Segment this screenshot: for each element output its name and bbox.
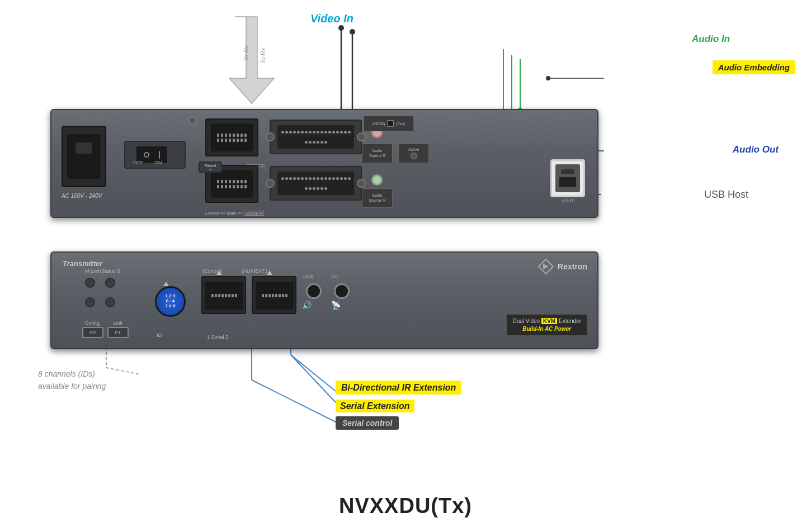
rj45-pin <box>272 294 274 297</box>
ir-out-jack <box>306 283 322 299</box>
f1-button[interactable]: F1 <box>107 327 129 338</box>
rj45-pin <box>235 294 237 297</box>
dvi-screw-right <box>357 132 366 141</box>
f2-button[interactable]: F2 <box>82 327 103 338</box>
dvi-pin <box>313 187 315 190</box>
video-in-label: Video In <box>310 12 353 25</box>
serial-ext-badge: Serial Extension <box>336 400 414 412</box>
diagram-container: To Rx To Rx <box>0 0 811 532</box>
rj45-pin <box>268 294 271 297</box>
dvi-pin-grid <box>277 172 354 195</box>
lan-s-connector <box>205 118 258 156</box>
switch-line-icon <box>159 151 160 159</box>
product-line2: Build-In AC Power <box>512 326 581 332</box>
dvi-pin <box>305 131 308 134</box>
serial-ext-area: Serial Extension <box>336 401 414 411</box>
dvi-pin <box>313 131 315 134</box>
rj45-pin <box>228 294 230 297</box>
audio-embedding-area: Audio Embedding <box>713 63 795 73</box>
audio-source-m-box: AudioSource M <box>362 188 393 208</box>
dvi-pin <box>281 177 284 180</box>
product-badge: Dual Video KVM Extender Build-In AC Powe… <box>506 314 587 336</box>
hdmi-port <box>387 120 394 127</box>
rj45-pin <box>232 294 234 297</box>
lan-pin <box>233 180 235 183</box>
lan-pin <box>221 139 223 142</box>
dvi-screw-right <box>357 179 366 188</box>
usb-host-port <box>550 159 585 197</box>
lan-pin <box>233 185 235 188</box>
active-label: Active <box>408 148 419 151</box>
audio-jack-m <box>371 174 383 186</box>
lan-m-label: LAN M << Main << Source M <box>205 211 264 216</box>
lan-pin <box>241 134 243 137</box>
rj45-pin <box>275 294 277 297</box>
rj45-pin <box>279 294 281 297</box>
dvi-pin <box>301 131 304 134</box>
lan-pin <box>229 134 231 137</box>
out-ir-label: (Out) <box>303 274 313 279</box>
dvi-pin <box>320 177 323 180</box>
usb-b-connector <box>555 164 580 192</box>
lan-pin <box>237 185 239 188</box>
dvi-pin <box>328 131 331 134</box>
dvi-pin <box>297 131 300 134</box>
serial-ctrl-badge: Serial control <box>336 416 399 430</box>
bi-ir-badge: Bi-Directional IR Extension <box>336 381 461 395</box>
rj45-pin <box>285 294 287 297</box>
link-status-label: M Link/Status S <box>85 268 120 274</box>
audio-source-s-label: AudioSource S <box>369 149 385 158</box>
bottom-title: NVXXDU(Tx) <box>339 494 472 518</box>
lan-pin <box>225 139 227 142</box>
signal-icon: 📡 <box>331 301 341 310</box>
host-sublabel: HOST <box>550 198 585 203</box>
lan-s-pins <box>211 124 253 151</box>
config-label: Config. <box>82 320 103 326</box>
lan-pin <box>225 185 227 188</box>
usb-b-top <box>561 169 574 174</box>
out-label: (Out) <box>396 122 405 126</box>
svg-line-21 <box>252 380 336 422</box>
dvi-pin <box>309 131 312 134</box>
usb-host-label: USB Host <box>704 189 748 201</box>
lan-pin <box>217 139 219 142</box>
lan-pin <box>237 180 239 183</box>
dvi-pin <box>332 131 335 134</box>
panel-screw <box>188 117 196 125</box>
dvi-pin <box>285 131 288 134</box>
led-s <box>105 278 115 288</box>
dvi-screw-left <box>266 132 275 141</box>
bottom-device: Transmitter Rextron M Link/Status S Conf… <box>50 251 598 349</box>
power-switch[interactable]: OFF ON <box>124 141 186 169</box>
dvi-pin <box>309 177 312 180</box>
dvi-pin <box>305 177 308 180</box>
led-s2 <box>105 297 115 307</box>
control-rj45-port <box>201 276 246 314</box>
lan-pin <box>241 185 243 188</box>
svg-point-12 <box>546 76 550 80</box>
lan-pin <box>225 180 227 183</box>
channels-label: 8 channels (IDs) available for pairing <box>38 368 106 393</box>
reset-button[interactable]: Reset ▼ <box>199 162 222 173</box>
lan-pin <box>221 134 223 137</box>
lan-pin <box>225 134 227 137</box>
on-label: ON <box>154 160 162 165</box>
rj45-pin <box>221 294 224 297</box>
dvi-pin <box>305 187 308 190</box>
led-m2 <box>85 297 95 307</box>
dvi-pin <box>348 177 351 180</box>
dvi-pin <box>320 141 323 144</box>
dvi-pin <box>320 131 323 134</box>
dvi-pin <box>324 131 327 134</box>
id-dial[interactable]: 1 2 38 · 47 6 5 <box>155 286 186 317</box>
switch-circle-icon <box>144 152 149 158</box>
dvi-pin <box>305 141 308 144</box>
lan-pin <box>237 134 239 137</box>
control-rj45-inner <box>205 282 243 310</box>
dvi-pin <box>293 131 296 134</box>
dvi-pin <box>289 177 292 180</box>
lan-pin <box>229 139 231 142</box>
lan-pin <box>244 139 247 142</box>
ac-voltage-label: AC 100V - 240V <box>62 193 102 199</box>
lan-pin <box>229 185 231 188</box>
